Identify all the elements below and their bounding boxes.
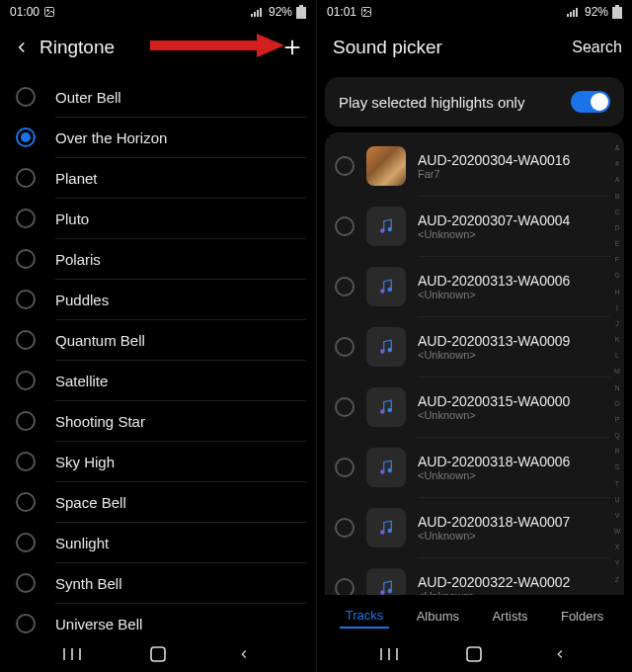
track-row[interactable]: AUD-20200304-WA0016Far7 — [325, 136, 624, 196]
svg-rect-19 — [570, 12, 572, 17]
radio-button[interactable] — [16, 127, 36, 147]
index-letter[interactable]: Z — [615, 576, 619, 583]
index-letter[interactable]: S — [615, 463, 620, 470]
radio-button[interactable] — [335, 518, 355, 538]
index-letter[interactable]: C — [614, 209, 619, 215]
track-row[interactable]: AUD-20200318-WA0007<Unknown> — [325, 498, 624, 557]
index-letter[interactable]: O — [614, 400, 619, 407]
radio-button[interactable] — [16, 411, 36, 431]
index-letter[interactable]: F — [615, 256, 619, 263]
radio-button[interactable] — [16, 249, 36, 269]
index-letter[interactable]: R — [614, 448, 619, 455]
tab-folders[interactable]: Folders — [555, 605, 609, 628]
nav-home[interactable] — [138, 642, 178, 666]
tracks-list[interactable]: AUD-20200304-WA0016Far7AUD-20200307-WA00… — [325, 132, 624, 595]
index-letter[interactable]: W — [614, 528, 621, 535]
ringtone-row[interactable]: Sky High — [0, 442, 316, 481]
index-letter[interactable]: H — [614, 289, 619, 295]
radio-button[interactable] — [16, 573, 36, 593]
index-letter[interactable]: B — [615, 193, 620, 200]
radio-button[interactable] — [16, 614, 36, 633]
radio-button[interactable] — [16, 492, 36, 512]
radio-button[interactable] — [335, 578, 355, 595]
track-row[interactable]: AUD-20200322-WA0002<Unknown> — [325, 558, 624, 595]
ringtone-row[interactable]: Sunlight — [0, 523, 316, 562]
index-letter[interactable]: K — [615, 336, 620, 343]
ringtone-row[interactable]: Puddles — [0, 280, 316, 319]
svg-rect-20 — [573, 10, 575, 17]
index-letter[interactable]: U — [614, 496, 619, 503]
radio-button[interactable] — [16, 209, 36, 228]
ringtone-row[interactable]: Outer Bell — [0, 77, 316, 117]
track-row[interactable]: AUD-20200307-WA0004<Unknown> — [325, 197, 624, 256]
nav-recents[interactable] — [369, 642, 409, 666]
radio-button[interactable] — [16, 452, 36, 471]
ringtone-row[interactable]: Pluto — [0, 199, 316, 238]
alpha-index-bar[interactable]: &#ABCDEFGHIJKLMNOPQRSTUVWXYZ — [611, 144, 623, 583]
radio-button[interactable] — [16, 330, 36, 350]
ringtone-row[interactable]: Universe Bell — [0, 604, 316, 636]
nav-back[interactable] — [540, 642, 580, 666]
track-name: AUD-20200322-WA0002 — [418, 574, 608, 590]
ringtone-row[interactable]: Planet — [0, 158, 316, 198]
index-letter[interactable]: I — [616, 304, 618, 311]
radio-button[interactable] — [335, 458, 355, 477]
index-letter[interactable]: X — [615, 544, 620, 550]
ringtone-row[interactable]: Shooting Star — [0, 401, 316, 441]
track-artist: <Unknown> — [418, 289, 608, 300]
index-letter[interactable]: E — [615, 240, 620, 247]
ringtone-label: Sunlight — [55, 535, 308, 551]
ringtone-row[interactable]: Quantum Bell — [0, 320, 316, 360]
highlights-toggle[interactable] — [571, 91, 610, 113]
svg-point-32 — [380, 469, 385, 474]
radio-button[interactable] — [16, 371, 36, 390]
ringtone-label: Polaris — [55, 251, 308, 268]
index-letter[interactable]: # — [615, 160, 619, 167]
radio-button[interactable] — [16, 290, 36, 309]
index-letter[interactable]: J — [615, 320, 619, 327]
index-letter[interactable]: T — [615, 480, 619, 487]
index-letter[interactable]: A — [615, 176, 620, 183]
index-letter[interactable]: Y — [615, 559, 620, 566]
ringtone-row[interactable]: Satellite — [0, 361, 316, 400]
track-row[interactable]: AUD-20200318-WA0006<Unknown> — [325, 438, 624, 497]
ringtone-list[interactable]: Outer BellOver the HorizonPlanetPlutoPol… — [0, 71, 316, 636]
nav-recents[interactable] — [52, 642, 92, 666]
tab-tracks[interactable]: Tracks — [340, 604, 390, 629]
tab-albums[interactable]: Albums — [411, 605, 465, 628]
index-letter[interactable]: & — [615, 144, 620, 151]
index-letter[interactable]: V — [615, 512, 620, 519]
radio-button[interactable] — [335, 397, 355, 417]
nav-back[interactable] — [224, 642, 264, 666]
music-note-icon — [366, 387, 406, 427]
radio-button[interactable] — [335, 216, 355, 236]
ringtone-row[interactable]: Over the Horizon — [0, 118, 316, 157]
ringtone-row[interactable]: Space Bell — [0, 482, 316, 522]
ringtone-row[interactable]: Polaris — [0, 239, 316, 279]
index-letter[interactable]: N — [614, 384, 619, 391]
index-letter[interactable]: D — [614, 224, 619, 231]
track-info: AUD-20200315-WA0000<Unknown> — [418, 393, 608, 421]
index-letter[interactable]: L — [615, 352, 619, 359]
radio-button[interactable] — [16, 533, 36, 552]
radio-button[interactable] — [335, 277, 355, 296]
index-letter[interactable]: M — [614, 368, 620, 375]
back-button[interactable] — [10, 36, 34, 59]
radio-button[interactable] — [16, 168, 36, 188]
index-letter[interactable]: P — [615, 416, 620, 423]
radio-button[interactable] — [16, 87, 36, 107]
tab-artists[interactable]: Artists — [486, 605, 533, 628]
radio-button[interactable] — [335, 156, 355, 176]
index-letter[interactable]: G — [614, 272, 619, 279]
add-button[interactable] — [278, 34, 306, 61]
status-battery-pct: 92% — [269, 5, 292, 19]
ringtone-row[interactable]: Synth Bell — [0, 563, 316, 603]
ringtone-label: Sky High — [55, 454, 308, 470]
track-row[interactable]: AUD-20200315-WA0000<Unknown> — [325, 378, 624, 437]
index-letter[interactable]: Q — [614, 432, 619, 439]
track-row[interactable]: AUD-20200313-WA0006<Unknown> — [325, 257, 624, 316]
nav-home[interactable] — [454, 642, 494, 666]
radio-button[interactable] — [335, 337, 355, 357]
search-button[interactable]: Search — [572, 39, 622, 56]
track-row[interactable]: AUD-20200313-WA0009<Unknown> — [325, 317, 624, 377]
